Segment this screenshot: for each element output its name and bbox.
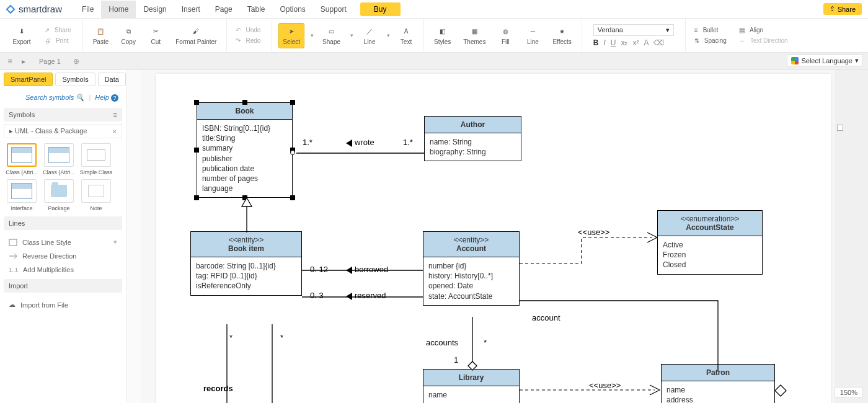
thumb-note[interactable]: Note xyxy=(79,179,113,211)
import-from-file-row[interactable]: ☁Import from File xyxy=(5,298,121,312)
menu-file[interactable]: File xyxy=(74,1,101,18)
selection-handle[interactable] xyxy=(194,100,199,105)
uml-body: name: String biography: String xyxy=(425,133,521,161)
uml-body: number {id} history: History[0..*] opene… xyxy=(423,257,519,305)
add-page-button[interactable]: ⊕ xyxy=(73,57,79,66)
paper[interactable]: Book ISBN: String[0..1]{id} title:String… xyxy=(156,74,831,403)
bullet-button[interactable]: ≡ Bullet xyxy=(692,25,732,35)
text-direction-button[interactable]: ↔ Text Direction xyxy=(737,36,793,45)
spacing-label: Spacing xyxy=(702,37,729,45)
uml-class-accountstate[interactable]: <<enumeration>> AccountState Active Froz… xyxy=(657,210,763,275)
page-tab-1[interactable]: Page 1 xyxy=(30,58,69,65)
select-tool-button[interactable]: ➤Select xyxy=(278,23,304,48)
select-caret-icon[interactable]: ▾ xyxy=(311,32,314,38)
connector-account-library[interactable] xyxy=(466,317,479,370)
superscript-button[interactable]: x² xyxy=(632,38,639,47)
uml-class-library[interactable]: Library name xyxy=(423,369,520,403)
line-tool-button[interactable]: ／Line xyxy=(358,24,381,48)
align-button[interactable]: ▤ Align xyxy=(737,25,793,35)
ribbon-share-button[interactable]: ⇗ Share xyxy=(42,25,76,35)
uml-class-bookitem[interactable]: <<entity>> Book item barcode: String [0.… xyxy=(190,231,302,296)
connector-book-author[interactable] xyxy=(293,152,424,154)
menu-support[interactable]: Support xyxy=(313,1,354,18)
reverse-label: Reverse Direction xyxy=(22,252,76,260)
underline-button[interactable]: U xyxy=(611,38,616,47)
font-select[interactable]: Verdana▾ xyxy=(593,24,674,36)
ruler-vertical xyxy=(126,70,141,403)
thumb-package[interactable]: Package xyxy=(42,179,76,211)
styles-button[interactable]: ◧Styles xyxy=(430,24,454,48)
clear-format-button[interactable]: ⌫ xyxy=(653,38,664,47)
scrollbar-thumb[interactable] xyxy=(837,125,843,131)
subscript-button[interactable]: x₂ xyxy=(621,38,627,47)
bold-button[interactable]: B xyxy=(593,38,599,47)
export-button[interactable]: ⬇ Export xyxy=(6,24,37,48)
library-header[interactable]: ▸ UML - Class & Package × xyxy=(4,124,122,138)
import-head-label: Import xyxy=(9,282,28,290)
share-button-top[interactable]: ⇪ Share xyxy=(823,3,862,15)
menu-design[interactable]: Design xyxy=(136,1,174,18)
uml-class-book[interactable]: Book ISBN: String[0..1]{id} title:String… xyxy=(197,102,293,198)
selection-handle[interactable] xyxy=(194,195,199,200)
line-caret-icon[interactable]: ▾ xyxy=(387,32,390,38)
reverse-direction-row[interactable]: Reverse Direction xyxy=(5,249,121,263)
redo-button[interactable]: ↷ Redo xyxy=(233,36,265,45)
format-painter-button[interactable]: 🖌Format Painter xyxy=(172,24,220,48)
zoom-level[interactable]: 150% xyxy=(835,387,863,398)
buy-button[interactable]: Buy xyxy=(360,2,401,16)
import-list: ☁Import from File xyxy=(4,295,122,314)
aggregation-diamond xyxy=(775,385,786,396)
uml-body: ISBN: String[0..1]{id} title:String summ… xyxy=(197,120,292,197)
mult-label: 0. 12 xyxy=(310,265,328,274)
line-style-row[interactable]: Class Line Style▾ xyxy=(5,235,121,249)
spacing-button[interactable]: ⇅ Spacing xyxy=(692,36,732,45)
panel-toggle-icon[interactable]: ≡ xyxy=(3,57,17,66)
copy-button[interactable]: ⧉Copy xyxy=(117,24,140,48)
selection-handle[interactable] xyxy=(194,148,199,153)
arrow-left-icon xyxy=(346,267,352,274)
uml-class-account[interactable]: <<entity>> Account number {id} history: … xyxy=(423,231,520,306)
text-tool-button[interactable]: AText xyxy=(395,24,417,48)
help-link[interactable]: Help ? xyxy=(95,94,118,101)
search-symbols-link[interactable]: Search symbols 🔍 xyxy=(25,94,84,101)
library-close-icon[interactable]: × xyxy=(113,128,117,135)
selection-handle[interactable] xyxy=(290,195,295,200)
effects-button[interactable]: ★Effects xyxy=(549,24,575,48)
line-style-button[interactable]: ─Line xyxy=(521,24,544,48)
panel-collapse-icon[interactable]: ▸ xyxy=(17,57,30,66)
fill-button[interactable]: ◍Fill xyxy=(494,24,516,48)
menu-page[interactable]: Page xyxy=(208,1,240,18)
uml-class-author[interactable]: Author name: String biography: String xyxy=(424,116,521,161)
shape-tool-button[interactable]: ▭Shape xyxy=(319,24,344,48)
menu-table[interactable]: Table xyxy=(240,1,273,18)
tab-symbols[interactable]: Symbols xyxy=(55,73,95,86)
themes-button[interactable]: ▦Themes xyxy=(459,24,489,48)
cut-button[interactable]: ✂Cut xyxy=(144,24,167,48)
menu-options[interactable]: Options xyxy=(272,1,312,18)
tab-data[interactable]: Data xyxy=(98,73,126,86)
tab-smartpanel[interactable]: SmartPanel xyxy=(4,73,53,86)
language-select[interactable]: Select Language ▾ xyxy=(787,55,863,66)
thumb-class-attributes[interactable]: Class (Attri... xyxy=(5,143,38,175)
menu-insert[interactable]: Insert xyxy=(174,1,208,18)
canvas[interactable]: Book ISBN: String[0..1]{id} title:String… xyxy=(126,70,868,403)
italic-button[interactable]: I xyxy=(603,38,605,47)
thumb-class-attributes-2[interactable]: Class (Attri... xyxy=(42,143,76,175)
selection-handle[interactable] xyxy=(290,100,295,105)
uml-title: Library xyxy=(423,370,519,386)
font-color-button[interactable]: A xyxy=(644,38,649,47)
paste-button[interactable]: 📋Paste xyxy=(89,24,113,48)
share-icon: ⇪ xyxy=(830,5,835,13)
selection-handle[interactable] xyxy=(242,100,247,105)
add-multiplicities-row[interactable]: 1..1Add Multiplicities xyxy=(5,263,121,277)
thumb-interface[interactable]: Interface xyxy=(5,179,38,211)
connector-account-patron[interactable] xyxy=(520,297,724,390)
symbols-menu-icon[interactable]: ≡ xyxy=(113,111,117,118)
connector-bookitem-book[interactable] xyxy=(241,198,253,232)
connector-bookitem-down-2[interactable] xyxy=(271,324,273,403)
thumb-simple-class[interactable]: Simple Class xyxy=(79,143,113,175)
ribbon-print-button[interactable]: 🖨 Print xyxy=(42,36,76,45)
shape-caret-icon[interactable]: ▾ xyxy=(350,32,353,38)
undo-button[interactable]: ↶ Undo xyxy=(233,25,265,35)
menu-home[interactable]: Home xyxy=(101,1,136,18)
